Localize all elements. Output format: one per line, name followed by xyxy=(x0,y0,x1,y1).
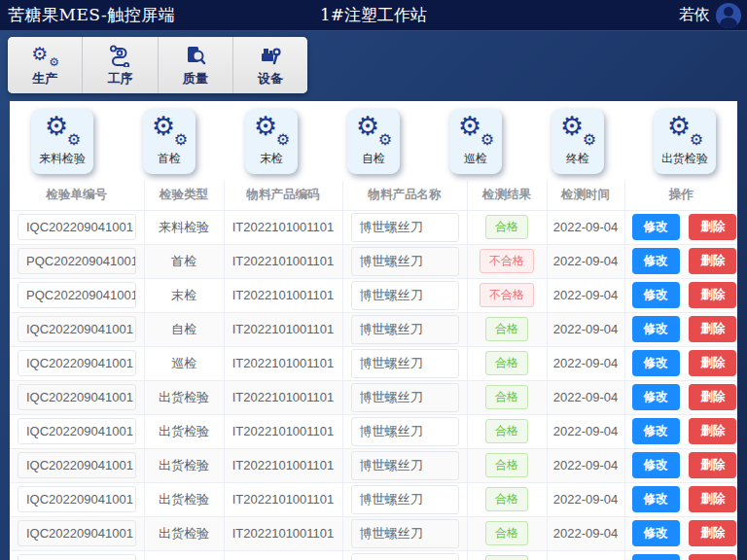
order-no-cell: IQC202209041001 xyxy=(18,520,136,546)
result-badge: 不合格 xyxy=(480,249,534,273)
inspection-date-cell: 2022-09-04 xyxy=(547,312,624,346)
delete-button[interactable]: 删除 xyxy=(689,520,736,546)
inspection-type-cell: 出货检验 xyxy=(144,482,224,516)
delete-button[interactable]: 删除 xyxy=(689,554,736,560)
qc-card[interactable]: ⚙⚙ 巡检 xyxy=(449,109,502,174)
result-badge: 合格 xyxy=(485,555,528,560)
qc-card[interactable]: ⚙⚙ 首检 xyxy=(143,109,196,174)
material-name-cell: 博世螺丝刀 xyxy=(351,247,459,276)
delete-button[interactable]: 删除 xyxy=(689,214,736,240)
qc-card[interactable]: ⚙⚙ 末检 xyxy=(245,109,298,174)
edit-button[interactable]: 修改 xyxy=(632,520,680,546)
tab-production[interactable]: ⚙ ⚙ 生产 xyxy=(8,37,83,93)
tab-quality[interactable]: 质量 xyxy=(159,37,233,93)
material-code-cell: IT2022101001101 xyxy=(224,380,342,414)
delete-button[interactable]: 删除 xyxy=(689,384,736,410)
table-row: IQC202209041001 来料检验 IT2022101001101 博世螺… xyxy=(10,210,737,244)
qc-card[interactable]: ⚙⚙ 来料检验 xyxy=(31,109,93,174)
edit-button[interactable]: 修改 xyxy=(632,282,680,308)
delete-button[interactable]: 删除 xyxy=(689,418,736,444)
result-badge: 合格 xyxy=(485,487,528,511)
edit-button[interactable]: 修改 xyxy=(632,554,680,560)
qc-card-label: 来料检验 xyxy=(39,151,86,167)
inspection-date-cell: 2022-09-04 xyxy=(547,244,624,278)
inspection-date-cell: 2022-09-04 xyxy=(547,482,624,516)
inspection-date-cell: 2022-09-04 xyxy=(547,210,624,244)
result-badge: 合格 xyxy=(485,317,528,341)
delete-button[interactable]: 删除 xyxy=(689,486,736,512)
material-name-cell: 博世螺丝刀 xyxy=(351,213,459,242)
qc-card[interactable]: ⚙⚙ 出货检验 xyxy=(654,109,716,174)
edit-button[interactable]: 修改 xyxy=(632,384,680,410)
col-header-date: 检测时间 xyxy=(547,181,624,210)
col-header-order-no: 检验单编号 xyxy=(10,181,144,210)
delete-button[interactable]: 删除 xyxy=(689,350,736,376)
result-badge: 合格 xyxy=(485,453,528,477)
inspection-date-cell: 2022-09-04 xyxy=(547,550,624,560)
gears-icon: ⚙ ⚙ xyxy=(31,44,58,67)
process-icon xyxy=(108,44,131,67)
inspection-type-cell: 巡检 xyxy=(144,346,224,380)
result-badge: 合格 xyxy=(485,385,528,409)
qc-card[interactable]: ⚙⚙ 自检 xyxy=(347,109,400,174)
qc-card[interactable]: ⚙⚙ 终检 xyxy=(551,109,604,174)
material-name-cell: 博世螺丝刀 xyxy=(351,485,459,514)
table-row: IQC202209041001 出货检验 IT2022101001101 博世螺… xyxy=(10,380,737,414)
order-no-cell: IQC202209041001 xyxy=(18,418,136,444)
material-code-cell: IT2022101001101 xyxy=(224,278,342,312)
material-code-cell: IT2022101001101 xyxy=(224,448,342,482)
user-menu[interactable]: 若依 xyxy=(679,3,741,28)
table-row: PQC202209041001 首检 IT2022101001101 博世螺丝刀… xyxy=(10,244,737,278)
username: 若依 xyxy=(679,5,710,25)
inspection-type-cell: 首检 xyxy=(144,244,224,278)
delete-button[interactable]: 删除 xyxy=(689,282,736,308)
edit-button[interactable]: 修改 xyxy=(632,452,680,478)
gears-icon: ⚙⚙ xyxy=(667,113,702,146)
tab-equipment[interactable]: 设备 xyxy=(233,37,307,93)
inspection-type-cell: 出货检验 xyxy=(144,448,224,482)
order-no-cell: IQC202209041001 xyxy=(18,384,136,410)
tab-label: 工序 xyxy=(107,70,132,88)
inspection-date-cell: 2022-09-04 xyxy=(547,414,624,448)
table-row: PQC202209041001 末检 IT2022101001101 博世螺丝刀… xyxy=(10,278,737,312)
table-row: IQC202209041001 出货检验 IT2022101001101 博世螺… xyxy=(10,448,737,482)
qc-card-label: 自检 xyxy=(355,151,392,167)
edit-button[interactable]: 修改 xyxy=(632,350,680,376)
table-header-row: 检验单编号 检验类型 物料产品编码 物料产品名称 检测结果 检测时间 操作 xyxy=(10,181,737,210)
avatar[interactable] xyxy=(716,3,741,28)
order-no-cell: PQC202209041001 xyxy=(18,282,136,308)
gears-icon: ⚙⚙ xyxy=(356,113,391,146)
delete-button[interactable]: 删除 xyxy=(689,316,736,342)
material-code-cell: IT2022101001101 xyxy=(224,414,342,448)
delete-button[interactable]: 删除 xyxy=(689,452,736,478)
inspection-date-cell: 2022-09-04 xyxy=(547,380,624,414)
material-code-cell: IT2022101001101 xyxy=(224,346,342,380)
gears-icon: ⚙⚙ xyxy=(254,113,289,146)
order-no-cell: IQC202209041001 xyxy=(18,316,136,342)
col-header-type: 检验类型 xyxy=(144,181,224,210)
app-title: 苦糖果MES-触控屏端 xyxy=(8,4,175,26)
edit-button[interactable]: 修改 xyxy=(632,418,680,444)
order-no-cell: IQC202209041001 xyxy=(18,214,136,240)
edit-button[interactable]: 修改 xyxy=(632,316,680,342)
order-no-cell: IQC202209041001 xyxy=(18,554,136,560)
col-header-material-name: 物料产品名称 xyxy=(342,181,467,210)
inspection-type-cell: 出货检验 xyxy=(144,380,224,414)
inspection-type-cell: 出货检验 xyxy=(144,550,224,560)
tab-label: 生产 xyxy=(32,70,57,88)
delete-button[interactable]: 删除 xyxy=(689,248,736,274)
edit-button[interactable]: 修改 xyxy=(632,248,680,274)
order-no-cell: IQC202209041001 xyxy=(18,350,136,376)
order-no-cell: IQC202209041001 xyxy=(18,452,136,478)
table-row: IQC202209041001 出货检验 IT2022101001101 博世螺… xyxy=(10,414,737,448)
material-name-cell: 博世螺丝刀 xyxy=(351,519,459,548)
order-no-cell: PQC202209041001 xyxy=(18,248,136,274)
inspection-date-cell: 2022-09-04 xyxy=(547,278,624,312)
edit-button[interactable]: 修改 xyxy=(632,486,680,512)
edit-button[interactable]: 修改 xyxy=(632,214,680,240)
inspection-type-cell: 出货检验 xyxy=(144,516,224,550)
tab-process[interactable]: 工序 xyxy=(83,37,158,93)
table-row: IQC202209041001 巡检 IT2022101001101 博世螺丝刀… xyxy=(10,346,737,380)
material-code-cell: IT2022101001101 xyxy=(224,244,342,278)
result-badge: 合格 xyxy=(485,215,528,239)
